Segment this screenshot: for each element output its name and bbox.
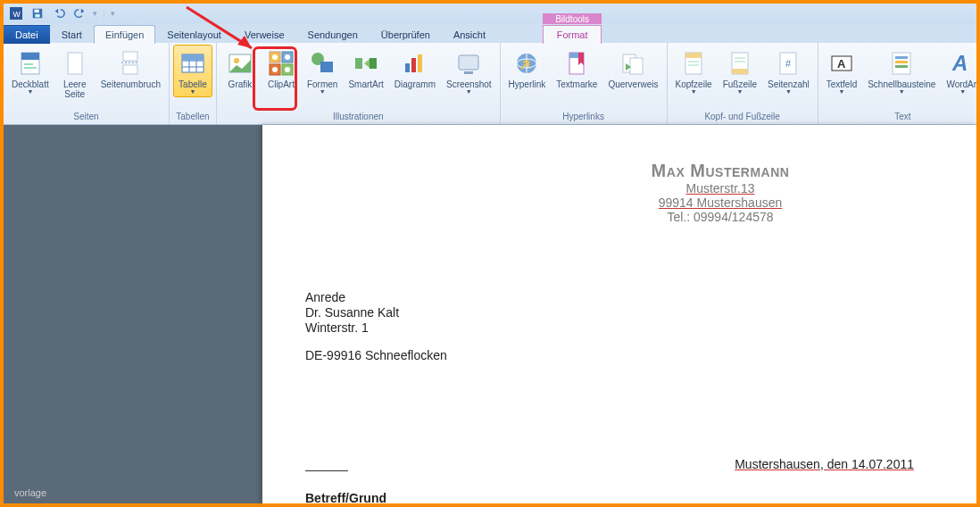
textfeld-button[interactable]: ATextfeld▼ xyxy=(822,45,861,97)
textfeld-icon: A xyxy=(827,49,856,78)
dropdown-arrow-icon: ▼ xyxy=(27,88,33,95)
grafik-icon xyxy=(226,49,254,78)
querverweis-button[interactable]: Querverweis xyxy=(603,45,662,92)
svg-rect-3 xyxy=(35,10,39,13)
dropdown-arrow-icon: ▼ xyxy=(466,88,472,95)
recipient-street: Winterstr. 1 xyxy=(305,320,914,336)
schnellbausteine-icon xyxy=(887,49,916,78)
ribbon: Deckblatt▼LeereSeiteSeitenumbruchSeitenT… xyxy=(4,43,976,125)
svg-rect-8 xyxy=(24,67,37,69)
redo-icon[interactable] xyxy=(71,5,89,21)
fusszeile-button[interactable]: Fußzeile▼ xyxy=(718,45,761,97)
formen-button[interactable]: Formen▼ xyxy=(303,45,342,97)
diagramm-button[interactable]: Diagramm xyxy=(390,45,440,92)
svg-rect-10 xyxy=(123,52,137,61)
dropdown-arrow-icon: ▼ xyxy=(736,88,743,95)
word-icon: W xyxy=(7,5,25,21)
grafik-label: Grafik xyxy=(228,79,253,89)
querverweis-label: Querverweis xyxy=(608,79,658,89)
sender-city: 99914 Mustershausen xyxy=(582,195,859,210)
svg-rect-44 xyxy=(630,58,643,74)
tab-verweise[interactable]: Verweise xyxy=(233,25,296,44)
svg-text:A: A xyxy=(837,57,846,71)
dropdown-arrow-icon: ▼ xyxy=(785,88,792,95)
tab-start[interactable]: Start xyxy=(50,25,94,44)
grafik-button[interactable]: Grafik xyxy=(220,45,260,92)
svg-point-25 xyxy=(272,54,278,60)
hyperlink-icon xyxy=(512,49,541,78)
group-label: Illustrationen xyxy=(220,110,496,124)
svg-text:A: A xyxy=(951,51,968,75)
svg-rect-6 xyxy=(21,53,39,60)
kopfzeile-button[interactable]: Kopfzeile▼ xyxy=(671,45,717,97)
smartart-button[interactable]: SmartArt xyxy=(344,45,387,92)
svg-rect-32 xyxy=(370,58,377,69)
tab-einfuegen[interactable]: Einfügen xyxy=(94,25,155,44)
svg-rect-4 xyxy=(35,14,39,18)
leere-seite-icon xyxy=(61,49,89,78)
screenshot-button[interactable]: Screenshot▼ xyxy=(442,45,496,97)
svg-rect-37 xyxy=(464,71,473,74)
place-date: Mustershausen, den 14.07.2011 xyxy=(735,457,914,471)
leere-seite-button[interactable]: LeereSeite xyxy=(55,45,95,102)
svg-rect-11 xyxy=(123,65,137,74)
group-label: Kopf- und Fußzeile xyxy=(671,110,814,124)
tabelle-button[interactable]: Tabelle▼ xyxy=(173,45,212,97)
tabelle-icon xyxy=(179,49,207,78)
formen-icon xyxy=(308,49,336,78)
save-icon[interactable] xyxy=(29,5,46,21)
sender-name: Max Mustermann xyxy=(582,161,859,181)
wordart-icon: A xyxy=(949,49,977,78)
tab-ueberpruefen[interactable]: Überprüfen xyxy=(370,25,442,44)
group-label: Text xyxy=(822,110,980,124)
group-kopf-und-fu-zeile: Kopfzeile▼Fußzeile▼#Seitenzahl▼Kopf- und… xyxy=(668,43,818,124)
svg-rect-7 xyxy=(24,63,33,65)
seitenumbruch-button[interactable]: Seitenumbruch xyxy=(96,45,165,92)
svg-rect-60 xyxy=(895,65,908,68)
dropdown-arrow-icon: ▼ xyxy=(899,88,905,95)
group-label: Tabellen xyxy=(173,110,212,124)
group-text: ATextfeld▼Schnellbausteine▼AWordArt▼Text xyxy=(818,43,980,124)
svg-rect-46 xyxy=(685,53,702,58)
schnellbausteine-button[interactable]: Schnellbausteine▼ xyxy=(863,45,940,97)
tab-format[interactable]: Format xyxy=(543,25,602,44)
deckblatt-button[interactable]: Deckblatt▼ xyxy=(7,45,54,97)
sender-block: Max Mustermann Musterstr.13 99914 Muster… xyxy=(582,161,859,224)
fusszeile-icon xyxy=(726,49,754,78)
tab-sendungen[interactable]: Sendungen xyxy=(296,25,370,44)
hyperlink-button[interactable]: Hyperlink xyxy=(504,45,551,92)
clipart-icon xyxy=(267,49,295,78)
textmarke-icon xyxy=(562,49,591,78)
wordart-button[interactable]: AWordArt▼ xyxy=(942,45,980,97)
seitenumbruch-icon xyxy=(116,49,145,78)
kopfzeile-icon xyxy=(679,49,708,78)
group-label: Seiten xyxy=(7,110,165,124)
tab-strip: Datei Start Einfügen Seitenlayout Verwei… xyxy=(4,23,976,43)
tab-file[interactable]: Datei xyxy=(4,25,50,44)
svg-rect-30 xyxy=(320,62,333,72)
group-illustrationen: GrafikClipArtFormen▼SmartArtDiagrammScre… xyxy=(217,43,501,124)
dropdown-arrow-icon: ▼ xyxy=(959,88,966,95)
recipient-block: Anrede Dr. Susanne Kalt Winterstr. 1 DE-… xyxy=(305,290,914,363)
deckblatt-icon xyxy=(16,49,45,78)
tab-seitenlayout[interactable]: Seitenlayout xyxy=(155,25,233,44)
contextual-header: Bildtools xyxy=(543,13,602,24)
group-label: Hyperlinks xyxy=(504,110,663,124)
clipart-button[interactable]: ClipArt xyxy=(262,45,301,92)
clipart-label: ClipArt xyxy=(268,79,295,89)
undo-icon[interactable] xyxy=(50,5,68,21)
footer-line: Mustershausen, den 14.07.2011 xyxy=(305,457,914,471)
recipient-name: Dr. Susanne Kalt xyxy=(305,305,914,320)
hyperlink-label: Hyperlink xyxy=(509,79,546,89)
seitenzahl-button[interactable]: #Seitenzahl▼ xyxy=(763,45,814,97)
svg-point-20 xyxy=(234,58,239,63)
tab-ansicht[interactable]: Ansicht xyxy=(442,25,497,44)
dropdown-arrow-icon: ▼ xyxy=(189,88,195,95)
seitenzahl-icon: # xyxy=(774,49,802,78)
svg-point-26 xyxy=(285,54,290,60)
svg-rect-9 xyxy=(68,53,82,74)
contextual-tab-group: Bildtools Format xyxy=(543,13,602,43)
document-page[interactable]: Max Mustermann Musterstr.13 99914 Muster… xyxy=(262,125,976,503)
page-gutter: vorlage xyxy=(4,125,262,503)
textmarke-button[interactable]: Textmarke xyxy=(552,45,602,92)
